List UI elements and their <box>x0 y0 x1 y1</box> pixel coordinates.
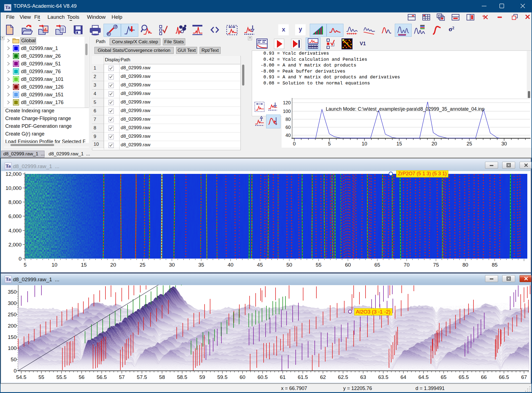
svg-text:4,000: 4,000 <box>8 228 22 233</box>
svg-text:63.5: 63.5 <box>378 374 388 380</box>
svg-text:5: 5 <box>328 141 331 147</box>
svg-text:57: 57 <box>119 374 125 380</box>
svg-text:59.5: 59.5 <box>217 374 227 380</box>
svg-text:55: 55 <box>316 262 321 268</box>
svg-text:56: 56 <box>79 374 84 380</box>
svg-text:66.5: 66.5 <box>499 374 509 380</box>
svg-text:66: 66 <box>481 374 487 380</box>
svg-text:12,000: 12,000 <box>6 171 22 177</box>
svg-text:50: 50 <box>286 262 292 268</box>
svg-text:300: 300 <box>8 300 17 306</box>
svg-text:0: 0 <box>18 256 22 262</box>
svg-text:60: 60 <box>345 262 351 268</box>
svg-text:55: 55 <box>38 374 44 380</box>
svg-text:62.5: 62.5 <box>338 374 348 380</box>
svg-text:65: 65 <box>374 262 380 268</box>
svg-text:58.5: 58.5 <box>177 374 187 380</box>
svg-text:100: 100 <box>8 345 17 351</box>
svg-text:35: 35 <box>198 262 204 268</box>
svg-text:75: 75 <box>433 262 439 268</box>
svg-text:10,000: 10,000 <box>6 185 22 191</box>
svg-text:8,000: 8,000 <box>8 199 22 205</box>
svg-text:58: 58 <box>159 374 165 380</box>
svg-text:60: 60 <box>240 374 245 380</box>
svg-text:5: 5 <box>24 262 27 268</box>
svg-text:10: 10 <box>52 262 57 268</box>
svg-text:60: 60 <box>285 125 291 130</box>
svg-text:70: 70 <box>404 262 409 268</box>
svg-text:61: 61 <box>280 374 285 380</box>
svg-text:20: 20 <box>110 262 116 268</box>
svg-text:67: 67 <box>521 374 527 380</box>
svg-text:30: 30 <box>501 141 507 147</box>
svg-text:20: 20 <box>432 141 437 147</box>
svg-text:6,000: 6,000 <box>8 213 22 219</box>
svg-text:45: 45 <box>257 262 263 268</box>
svg-text:61.5: 61.5 <box>298 374 308 380</box>
svg-text:59: 59 <box>199 374 205 380</box>
svg-text:25: 25 <box>140 262 145 268</box>
svg-text:350: 350 <box>8 289 17 295</box>
svg-text:100: 100 <box>283 109 291 114</box>
svg-text:80: 80 <box>462 262 468 268</box>
svg-text:250: 250 <box>8 312 17 317</box>
svg-text:40: 40 <box>285 133 291 138</box>
svg-text:56.5: 56.5 <box>97 374 107 380</box>
svg-text:Launch Mode: C:\w\test_example: Launch Mode: C:\w\test_examples\je-para\… <box>326 106 485 112</box>
svg-text:50: 50 <box>11 357 17 362</box>
svg-text:80: 80 <box>285 117 291 122</box>
svg-text:57.5: 57.5 <box>137 374 147 380</box>
svg-text:65: 65 <box>441 374 446 380</box>
svg-text:25: 25 <box>467 141 472 147</box>
svg-text:65.5: 65.5 <box>459 374 469 380</box>
svg-text:64: 64 <box>401 374 407 380</box>
svg-text:30: 30 <box>169 262 175 268</box>
svg-text:15: 15 <box>396 141 402 147</box>
svg-text:60.5: 60.5 <box>258 374 268 380</box>
svg-text:85: 85 <box>492 262 497 268</box>
svg-text:10: 10 <box>362 141 367 147</box>
svg-text:2,000: 2,000 <box>8 242 22 248</box>
svg-text:64.5: 64.5 <box>419 374 429 380</box>
svg-text:54.5: 54.5 <box>16 374 27 380</box>
svg-text:150: 150 <box>8 334 17 340</box>
svg-text:62: 62 <box>320 374 326 380</box>
svg-text:120: 120 <box>283 100 291 105</box>
svg-text:63: 63 <box>360 374 366 380</box>
svg-text:0: 0 <box>293 141 296 147</box>
svg-text:55.5: 55.5 <box>56 374 67 380</box>
svg-text:15: 15 <box>81 262 87 268</box>
svg-text:40: 40 <box>228 262 234 268</box>
svg-text:200: 200 <box>8 323 17 329</box>
